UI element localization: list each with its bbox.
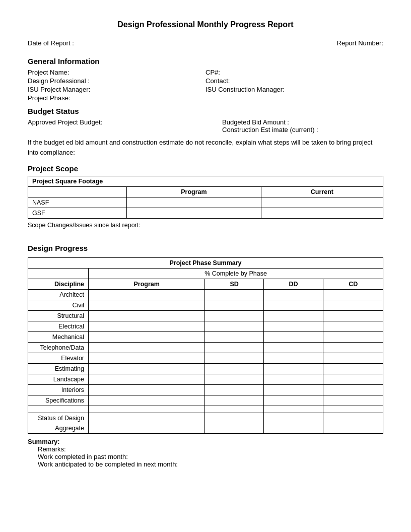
discipline-specifications: Specifications xyxy=(28,395,89,406)
architect-program xyxy=(89,290,205,300)
nasf-row: NASF xyxy=(28,197,383,208)
elevator-cd xyxy=(323,353,383,364)
electrical-dd xyxy=(263,321,323,332)
landscape-program xyxy=(89,374,205,385)
table-row: Mechanical xyxy=(28,332,383,343)
pct-empty-cell xyxy=(28,269,89,279)
elevator-sd xyxy=(205,353,263,364)
work-completed-label: Work completed in past month: xyxy=(38,453,383,460)
budget-note: If the budget ed bid amount and construc… xyxy=(28,138,383,157)
project-scope-heading: Project Scope xyxy=(28,164,383,173)
project-phase-summary-table: Project Phase Summary % Complete by Phas… xyxy=(28,257,383,434)
status-design-row: Status of Design xyxy=(28,413,383,424)
table-row: Landscape xyxy=(28,374,383,385)
status-design-dd xyxy=(263,413,323,434)
report-number-label: Report Number: xyxy=(337,39,383,47)
pct-complete-row: % Complete by Phase xyxy=(28,269,383,279)
scope-col-current: Current xyxy=(261,187,383,197)
gsf-label: GSF xyxy=(28,208,127,219)
col-program: Program xyxy=(89,279,205,290)
telephone-cd xyxy=(323,343,383,353)
table-row: Electrical xyxy=(28,321,383,332)
discipline-header-row: Discipline Program SD DD CD xyxy=(28,279,383,290)
table-row: Structural xyxy=(28,311,383,321)
project-phase-label: Project Phase: xyxy=(28,94,71,102)
construction-est-label: Construction Est imate (current) : xyxy=(222,126,383,134)
architect-cd xyxy=(323,290,383,300)
architect-sd xyxy=(205,290,263,300)
design-professional-row: Design Professional : xyxy=(28,77,206,85)
table-row: Telephone/Data xyxy=(28,343,383,353)
table-row: Elevator xyxy=(28,353,383,364)
electrical-cd xyxy=(323,321,383,332)
structural-cd xyxy=(323,311,383,321)
specifications-sd xyxy=(205,395,263,406)
scope-col-program: Program xyxy=(127,187,261,197)
discipline-landscape: Landscape xyxy=(28,374,89,385)
design-professional-label: Design Professional : xyxy=(28,77,90,85)
col-dd: DD xyxy=(263,279,323,290)
table-row: Architect xyxy=(28,290,383,300)
aggregate-label: Aggregate xyxy=(28,423,89,434)
report-header: Date of Report : Report Number: xyxy=(28,39,383,47)
summary-section: Summary: Remarks: Work completed in past… xyxy=(28,438,383,468)
architect-dd xyxy=(263,290,323,300)
telephone-program xyxy=(89,343,205,353)
discipline-civil: Civil xyxy=(28,300,89,311)
budget-status-heading: Budget Status xyxy=(28,107,383,115)
landscape-cd xyxy=(323,374,383,385)
status-design-sd xyxy=(205,413,263,434)
status-design-cd xyxy=(323,413,383,434)
elevator-program xyxy=(89,353,205,364)
specifications-cd xyxy=(323,395,383,406)
col-sd: SD xyxy=(205,279,263,290)
structural-dd xyxy=(263,311,323,321)
work-anticipated-label: Work anticipated to be completed in next… xyxy=(38,460,383,468)
discipline-interiors: Interiors xyxy=(28,385,89,395)
scope-col-header-row: Program Current xyxy=(28,187,383,197)
contact-row: Contact: xyxy=(206,77,383,85)
nasf-current xyxy=(261,197,383,208)
discipline-architect: Architect xyxy=(28,290,89,300)
table-row: Civil xyxy=(28,300,383,311)
landscape-dd xyxy=(263,374,323,385)
scope-main-header: Project Square Footage xyxy=(28,176,383,187)
empty-row-1 xyxy=(28,406,383,413)
col-discipline: Discipline xyxy=(28,279,89,290)
isu-project-manager-label: ISU Project Manager: xyxy=(28,86,90,93)
mechanical-cd xyxy=(323,332,383,343)
discipline-elevator: Elevator xyxy=(28,353,89,364)
mechanical-sd xyxy=(205,332,263,343)
table-row: Estimating xyxy=(28,364,383,374)
interiors-dd xyxy=(263,385,323,395)
status-design-program xyxy=(89,413,205,434)
col-cd: CD xyxy=(323,279,383,290)
nasf-program xyxy=(127,197,261,208)
mechanical-program xyxy=(89,332,205,343)
scope-main-header-row: Project Square Footage xyxy=(28,176,383,187)
civil-program xyxy=(89,300,205,311)
interiors-cd xyxy=(323,385,383,395)
table-row: Interiors xyxy=(28,385,383,395)
general-info-grid: Project Name: CP#: Design Professional :… xyxy=(28,69,383,102)
telephone-sd xyxy=(205,343,263,353)
estimating-dd xyxy=(263,364,323,374)
remarks-label: Remarks: xyxy=(38,445,383,453)
discipline-electrical: Electrical xyxy=(28,321,89,332)
project-square-footage-table: Project Square Footage Program Current N… xyxy=(28,176,383,219)
gsf-row: GSF xyxy=(28,208,383,219)
date-of-report-label: Date of Report : xyxy=(28,39,74,47)
structural-program xyxy=(89,311,205,321)
discipline-estimating: Estimating xyxy=(28,364,89,374)
general-info-heading: General Information xyxy=(28,57,383,65)
pct-complete-header: % Complete by Phase xyxy=(89,269,383,279)
structural-sd xyxy=(205,311,263,321)
scope-col-empty xyxy=(28,187,127,197)
table-row: Specifications xyxy=(28,395,383,406)
isu-construction-manager-label: ISU Construction Manager: xyxy=(206,86,285,93)
estimating-cd xyxy=(323,364,383,374)
specifications-dd xyxy=(263,395,323,406)
civil-sd xyxy=(205,300,263,311)
phase-summary-title: Project Phase Summary xyxy=(28,258,383,269)
electrical-program xyxy=(89,321,205,332)
